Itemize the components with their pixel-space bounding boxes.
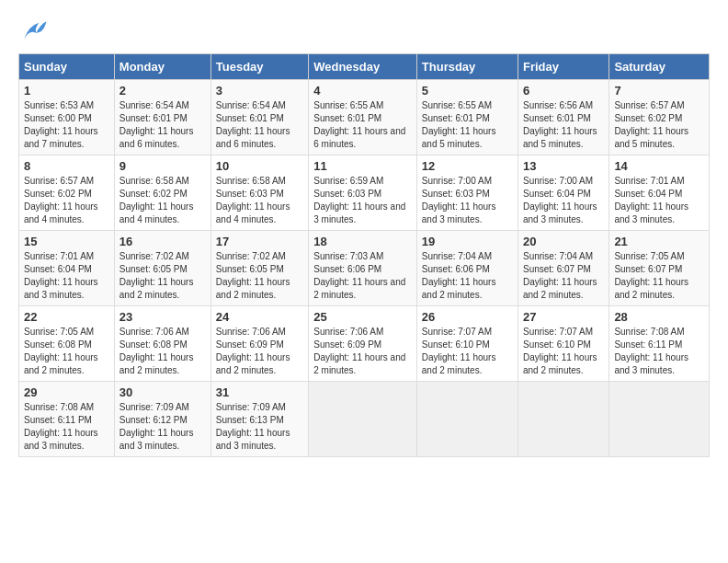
page-header [18,18,710,44]
day-header-monday: Monday [114,54,210,80]
day-number: 5 [422,84,513,98]
day-number: 3 [216,84,303,98]
calendar-header-row: SundayMondayTuesdayWednesdayThursdayFrid… [19,54,710,80]
calendar-cell: 4Sunrise: 6:55 AMSunset: 6:01 PMDaylight… [309,80,417,155]
day-info: Sunrise: 6:56 AMSunset: 6:01 PMDaylight:… [523,99,604,151]
calendar-cell: 2Sunrise: 6:54 AMSunset: 6:01 PMDaylight… [114,80,210,155]
calendar-cell: 7Sunrise: 6:57 AMSunset: 6:02 PMDaylight… [609,80,710,155]
day-info: Sunrise: 6:55 AMSunset: 6:01 PMDaylight:… [313,99,412,151]
day-info: Sunrise: 7:08 AMSunset: 6:11 PMDaylight:… [24,401,109,453]
day-number: 24 [216,310,303,324]
day-info: Sunrise: 7:04 AMSunset: 6:06 PMDaylight:… [422,250,513,302]
day-number: 27 [523,310,604,324]
day-info: Sunrise: 6:55 AMSunset: 6:01 PMDaylight:… [422,99,513,151]
calendar-cell: 24Sunrise: 7:06 AMSunset: 6:09 PMDayligh… [210,306,308,382]
day-info: Sunrise: 6:57 AMSunset: 6:02 PMDaylight:… [614,99,704,151]
day-info: Sunrise: 7:06 AMSunset: 6:08 PMDaylight:… [119,326,206,377]
day-number: 15 [24,235,109,248]
calendar-cell: 20Sunrise: 7:04 AMSunset: 6:07 PMDayligh… [518,231,609,306]
calendar-cell: 10Sunrise: 6:58 AMSunset: 6:03 PMDayligh… [210,155,308,231]
day-number: 6 [523,84,604,98]
calendar-cell: 29Sunrise: 7:08 AMSunset: 6:11 PMDayligh… [19,382,115,457]
day-number: 12 [422,159,513,173]
day-number: 22 [24,310,109,324]
day-number: 9 [119,159,206,173]
calendar-cell: 31Sunrise: 7:09 AMSunset: 6:13 PMDayligh… [210,382,308,457]
calendar-cell: 18Sunrise: 7:03 AMSunset: 6:06 PMDayligh… [309,231,417,306]
calendar-cell: 1Sunrise: 6:53 AMSunset: 6:00 PMDaylight… [19,80,115,155]
day-number: 30 [119,385,206,399]
day-header-friday: Friday [518,54,609,80]
day-header-sunday: Sunday [19,54,115,80]
calendar-cell [609,382,710,457]
calendar-week-row: 15Sunrise: 7:01 AMSunset: 6:04 PMDayligh… [19,231,710,306]
day-number: 21 [614,235,704,248]
day-info: Sunrise: 7:09 AMSunset: 6:12 PMDaylight:… [119,401,206,453]
day-header-thursday: Thursday [416,54,518,80]
day-number: 31 [216,385,303,399]
day-number: 1 [24,84,109,98]
calendar-cell: 6Sunrise: 6:56 AMSunset: 6:01 PMDaylight… [518,80,609,155]
day-number: 26 [422,310,513,324]
calendar-week-row: 8Sunrise: 6:57 AMSunset: 6:02 PMDaylight… [19,155,710,231]
calendar-cell: 30Sunrise: 7:09 AMSunset: 6:12 PMDayligh… [114,382,210,457]
day-number: 29 [24,385,109,399]
day-number: 2 [119,84,206,98]
day-number: 10 [216,159,303,173]
day-info: Sunrise: 7:07 AMSunset: 6:10 PMDaylight:… [523,326,604,377]
day-number: 13 [523,159,604,173]
calendar-cell: 12Sunrise: 7:00 AMSunset: 6:03 PMDayligh… [416,155,518,231]
day-info: Sunrise: 6:58 AMSunset: 6:03 PMDaylight:… [216,175,303,226]
day-info: Sunrise: 7:05 AMSunset: 6:08 PMDaylight:… [24,326,109,377]
day-info: Sunrise: 6:54 AMSunset: 6:01 PMDaylight:… [119,99,206,151]
day-header-saturday: Saturday [609,54,710,80]
calendar-cell: 27Sunrise: 7:07 AMSunset: 6:10 PMDayligh… [518,306,609,382]
day-info: Sunrise: 7:08 AMSunset: 6:11 PMDaylight:… [614,326,704,377]
day-number: 17 [216,235,303,248]
calendar-cell: 17Sunrise: 7:02 AMSunset: 6:05 PMDayligh… [210,231,308,306]
calendar-week-row: 22Sunrise: 7:05 AMSunset: 6:08 PMDayligh… [19,306,710,382]
day-info: Sunrise: 6:54 AMSunset: 6:01 PMDaylight:… [216,99,303,151]
calendar-cell: 5Sunrise: 6:55 AMSunset: 6:01 PMDaylight… [416,80,518,155]
day-number: 20 [523,235,604,248]
day-info: Sunrise: 7:02 AMSunset: 6:05 PMDaylight:… [119,250,206,302]
day-info: Sunrise: 7:01 AMSunset: 6:04 PMDaylight:… [614,175,704,226]
calendar-week-row: 29Sunrise: 7:08 AMSunset: 6:11 PMDayligh… [19,382,710,457]
day-info: Sunrise: 7:07 AMSunset: 6:10 PMDaylight:… [422,326,513,377]
calendar-week-row: 1Sunrise: 6:53 AMSunset: 6:00 PMDaylight… [19,80,710,155]
calendar-cell: 11Sunrise: 6:59 AMSunset: 6:03 PMDayligh… [309,155,417,231]
day-info: Sunrise: 7:03 AMSunset: 6:06 PMDaylight:… [313,250,412,302]
day-number: 7 [614,84,704,98]
calendar-cell: 28Sunrise: 7:08 AMSunset: 6:11 PMDayligh… [609,306,710,382]
day-info: Sunrise: 7:09 AMSunset: 6:13 PMDaylight:… [216,401,303,453]
day-info: Sunrise: 7:05 AMSunset: 6:07 PMDaylight:… [614,250,704,302]
calendar-cell: 16Sunrise: 7:02 AMSunset: 6:05 PMDayligh… [114,231,210,306]
calendar-cell: 8Sunrise: 6:57 AMSunset: 6:02 PMDaylight… [19,155,115,231]
day-number: 18 [313,235,412,248]
day-number: 25 [313,310,412,324]
day-info: Sunrise: 7:04 AMSunset: 6:07 PMDaylight:… [523,250,604,302]
day-number: 23 [119,310,206,324]
day-info: Sunrise: 6:57 AMSunset: 6:02 PMDaylight:… [24,175,109,226]
day-info: Sunrise: 7:00 AMSunset: 6:03 PMDaylight:… [422,175,513,226]
calendar-cell: 9Sunrise: 6:58 AMSunset: 6:02 PMDaylight… [114,155,210,231]
calendar-cell: 21Sunrise: 7:05 AMSunset: 6:07 PMDayligh… [609,231,710,306]
day-info: Sunrise: 6:53 AMSunset: 6:00 PMDaylight:… [24,99,109,151]
calendar-cell: 26Sunrise: 7:07 AMSunset: 6:10 PMDayligh… [416,306,518,382]
day-header-wednesday: Wednesday [309,54,417,80]
day-number: 8 [24,159,109,173]
calendar-cell: 14Sunrise: 7:01 AMSunset: 6:04 PMDayligh… [609,155,710,231]
calendar-table: SundayMondayTuesdayWednesdayThursdayFrid… [18,53,710,457]
calendar-cell: 22Sunrise: 7:05 AMSunset: 6:08 PMDayligh… [19,306,115,382]
logo [18,18,51,44]
calendar-cell: 25Sunrise: 7:06 AMSunset: 6:09 PMDayligh… [309,306,417,382]
day-number: 16 [119,235,206,248]
day-info: Sunrise: 7:06 AMSunset: 6:09 PMDaylight:… [216,326,303,377]
calendar-cell: 13Sunrise: 7:00 AMSunset: 6:04 PMDayligh… [518,155,609,231]
calendar-cell [416,382,518,457]
calendar-cell [309,382,417,457]
day-number: 19 [422,235,513,248]
day-header-tuesday: Tuesday [210,54,308,80]
calendar-cell: 15Sunrise: 7:01 AMSunset: 6:04 PMDayligh… [19,231,115,306]
day-number: 11 [313,159,412,173]
